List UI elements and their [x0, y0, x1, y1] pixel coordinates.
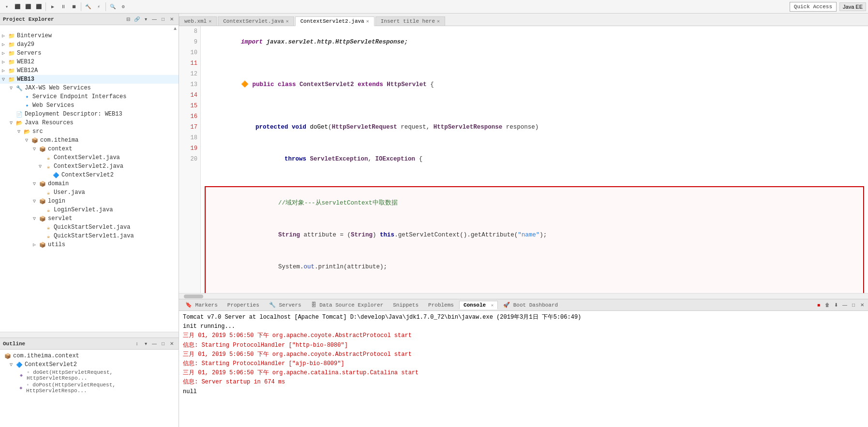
- tree-item-javaresources[interactable]: ▽ 📂 Java Resources: [0, 118, 179, 127]
- toolbar-btn-2[interactable]: ⬛: [13, 2, 22, 12]
- arrow-binterview: ▷: [2, 33, 8, 39]
- tree-item-contextservlet[interactable]: ☕ ContextServlet.java: [0, 153, 179, 162]
- minimize-button[interactable]: —: [150, 15, 158, 23]
- tree-item-loginservlet[interactable]: ☕ LoginServlet.java: [0, 206, 179, 214]
- tree-item-quickstartservlet1[interactable]: ☕ QuickStartServlet1.java: [0, 232, 179, 240]
- outline-sort-button[interactable]: ↕: [133, 340, 141, 348]
- tree-item-user[interactable]: ☕ User.java: [0, 188, 179, 197]
- console-line-1: init running...: [183, 322, 864, 331]
- tree-item-binterview[interactable]: ▷ 📁 Binterview: [0, 31, 179, 40]
- bottom-tab-datasource[interactable]: 🗄 Data Source Explorer: [307, 300, 388, 309]
- tab-contextservlet2[interactable]: ContextServlet2.java ✕: [295, 16, 374, 26]
- bottom-tab-properties[interactable]: Properties: [223, 301, 264, 309]
- tree-item-contextservlet2-class[interactable]: 🔷 ContextServlet2: [0, 171, 179, 179]
- toolbar-btn-7[interactable]: ⏹: [69, 2, 79, 12]
- tab-contextservlet-close[interactable]: ✕: [286, 18, 289, 24]
- tree-scrollbar-h[interactable]: [0, 332, 179, 338]
- toolbar-btn-11[interactable]: ⚙: [119, 2, 128, 12]
- tree-item-web12a[interactable]: ▷ 📁 WEB12A: [0, 66, 179, 75]
- tab-webxml[interactable]: web.xml ✕: [179, 16, 217, 26]
- console-line-8: null: [183, 387, 864, 397]
- editor-tab-bar: web.xml ✕ ContextServlet.java ✕ ContextS…: [179, 14, 868, 26]
- tree-item-com-itheima[interactable]: ▽ 📦 com.itheima: [0, 136, 179, 145]
- tree-item-login[interactable]: ▽ 📦 login: [0, 197, 179, 206]
- tree-item-utils[interactable]: ▷ 📦 utils: [0, 240, 179, 249]
- outline-item-class[interactable]: ▽ 🔷 ContextServlet2: [2, 360, 177, 369]
- toolbar-btn-1[interactable]: ▾: [2, 2, 12, 12]
- line-num-9: 9: [179, 37, 200, 47]
- collapse-all-button[interactable]: ⊟: [124, 15, 132, 23]
- tree-item-src[interactable]: ▽ 📂 src: [0, 127, 179, 136]
- toolbar-btn-6[interactable]: ⏸: [59, 2, 68, 12]
- outline-item-doget[interactable]: ◈ ◦ doGet(HttpServletRequest, HttpServle…: [2, 369, 177, 382]
- toolbar-btn-9[interactable]: ⚡: [94, 2, 104, 12]
- toolbar-btn-5[interactable]: ▶: [48, 2, 58, 12]
- outline-icon-package: 📦: [4, 352, 12, 360]
- maximize-button[interactable]: □: [159, 15, 167, 23]
- icon-src: 📂: [23, 128, 31, 135]
- toolbar-btn-8[interactable]: 🔨: [83, 2, 93, 12]
- label-contextservlet2-class: ContextServlet2: [61, 172, 114, 178]
- bottom-tab-snippets[interactable]: Snippets: [389, 301, 423, 309]
- tree-item-domain[interactable]: ▽ 📦 domain: [0, 179, 179, 188]
- view-menu-button[interactable]: ▾: [142, 15, 150, 23]
- code-content[interactable]: import javax.servlet.http.HttpServletRes…: [201, 26, 868, 293]
- quick-access-input[interactable]: Quick Access: [790, 2, 837, 12]
- label-user: User.java: [54, 189, 85, 196]
- label-javaresources: Java Resources: [25, 119, 74, 126]
- tree-item-day29[interactable]: ▷ 📁 day29: [0, 40, 179, 49]
- outline-view-button[interactable]: ▾: [142, 340, 150, 348]
- close-panel-button[interactable]: ✕: [168, 15, 176, 23]
- tree-item-quickstartservlet[interactable]: ☕ QuickStartServlet.java: [0, 223, 179, 232]
- bottom-tab-console[interactable]: Console ✕: [459, 301, 498, 309]
- arrow-web13: ▽: [2, 76, 8, 82]
- console-close-button[interactable]: ✕: [858, 301, 866, 309]
- tab-webxml-close[interactable]: ✕: [209, 18, 211, 24]
- outline-item-package[interactable]: 📦 com.itheima.context: [2, 352, 177, 360]
- outline-maximize-button[interactable]: □: [159, 340, 167, 348]
- outline-controls: ↕ ▾ — □ ✕: [133, 340, 176, 348]
- tree-item-contextservlet2[interactable]: ▽ ☕ ContextServlet2.java: [0, 162, 179, 171]
- tree-item-web12[interactable]: ▷ 📁 WEB12: [0, 58, 179, 66]
- code-line-15: String attribute = (String) this.getServ…: [206, 219, 863, 251]
- tab-contextservlet[interactable]: ContextServlet.java ✕: [218, 16, 294, 26]
- tab-contextservlet2-label: ContextServlet2.java: [300, 18, 364, 24]
- bottom-tab-bootdashboard[interactable]: 🚀 Boot Dashboard: [499, 300, 562, 309]
- console-stop-button[interactable]: ■: [815, 301, 823, 309]
- console-scroll-end-button[interactable]: ⬇: [832, 301, 840, 309]
- tree-item-deploymentdesc[interactable]: 📄 Deployment Descriptor: WEB13: [0, 110, 179, 118]
- editor-scrollbar-h[interactable]: [179, 293, 868, 299]
- tree-item-webservices[interactable]: 🔹 Web Services: [0, 101, 179, 110]
- code-line-14: //域对象---从servletContext中取数据: [206, 187, 863, 219]
- outline-close-button[interactable]: ✕: [168, 340, 176, 348]
- outline-minimize-button[interactable]: —: [150, 340, 158, 348]
- toolbar-btn-10[interactable]: 🔍: [108, 2, 118, 12]
- bottom-tab-markers[interactable]: 🔖 Markers: [181, 300, 222, 309]
- tree-item-jaxws[interactable]: ▽ 🔧 JAX-WS Web Services: [0, 84, 179, 92]
- tree-item-servlet[interactable]: ▽ 📦 servlet: [0, 214, 179, 223]
- outline-item-dopost[interactable]: ◈ ◦ doPost(HttpServletRequest, HttpServl…: [2, 382, 177, 394]
- toolbar-btn-4[interactable]: ⬛: [34, 2, 44, 12]
- tree-item-context[interactable]: ▽ 📦 context: [0, 145, 179, 153]
- console-clear-button[interactable]: 🗑: [823, 301, 831, 309]
- tab-inserttitle[interactable]: Insert title here ✕: [375, 16, 445, 26]
- icon-quickstartservlet: ☕: [45, 223, 52, 231]
- console-minimize-button[interactable]: —: [841, 301, 849, 309]
- tree-item-web13[interactable]: ▽ 📁 WEB13: [0, 75, 179, 84]
- toolbar-btn-3[interactable]: ⬛: [23, 2, 33, 12]
- project-explorer-title: Project Explorer: [3, 16, 54, 22]
- bottom-tab-problems[interactable]: Problems: [424, 301, 458, 309]
- tree-item-servers[interactable]: ▷ 📁 Servers: [0, 49, 179, 58]
- arrow-contextservlet2: ▽: [39, 163, 45, 169]
- java-ee-button[interactable]: Java EE: [839, 2, 866, 11]
- tree-item-sei[interactable]: 🔹 Service Endpoint Interfaces: [0, 92, 179, 101]
- console-maximize-button[interactable]: □: [850, 301, 857, 309]
- arrow-domain: ▽: [33, 181, 39, 187]
- icon-contextservlet2: ☕: [45, 162, 52, 170]
- bottom-tab-servers[interactable]: 🔧 Servers: [265, 300, 306, 309]
- tab-contextservlet2-close[interactable]: ✕: [366, 18, 369, 24]
- code-editor[interactable]: 8 9 10 11 12 13 14 15 16 17 18 19 20 imp…: [179, 26, 868, 293]
- link-editor-button[interactable]: 🔗: [133, 15, 141, 23]
- tab-inserttitle-close[interactable]: ✕: [437, 18, 440, 24]
- icon-loginservlet: ☕: [45, 206, 52, 214]
